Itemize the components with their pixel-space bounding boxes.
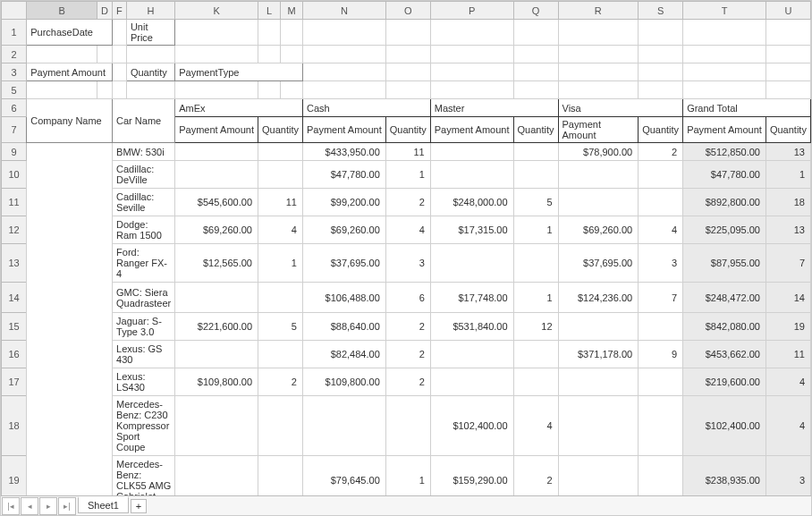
cell-gt-pa: $47,780.00	[683, 161, 766, 189]
cell-cash-q: 6	[385, 283, 430, 313]
cell-gt-q: 13	[765, 143, 810, 161]
col-header-B[interactable]: B	[27, 2, 97, 20]
cell-amex-pa	[175, 341, 258, 368]
pivot-row-car: Lexus: LS430	[113, 368, 175, 396]
pivot-field-companyname[interactable]: Company Name	[27, 99, 113, 143]
col-header-P[interactable]: P	[430, 2, 513, 20]
cell-visa-q: 2	[639, 143, 683, 161]
cell-visa-q	[639, 189, 683, 216]
row-header-16[interactable]: 16	[2, 341, 27, 368]
row-header-12[interactable]: 12	[2, 216, 27, 244]
row-header-1[interactable]: 1	[2, 20, 27, 46]
col-header-L[interactable]: L	[258, 2, 281, 20]
cell-gt-pa: $102,400.00	[683, 396, 766, 456]
tab-first-button[interactable]: |◂	[2, 497, 20, 515]
cell-visa-q: 4	[639, 216, 683, 244]
grid-area[interactable]: BDFHKLMNOPQRSTU 1PurchaseDateUnit Price2…	[1, 1, 811, 495]
tab-last-button[interactable]: ▸|	[58, 497, 76, 515]
cell-amex-q	[258, 396, 303, 456]
cell-master-pa: $531,840.00	[430, 313, 513, 341]
row-header-18[interactable]: 18	[2, 396, 27, 456]
cell-master-pa	[430, 341, 513, 368]
col-header-S[interactable]: S	[639, 2, 683, 20]
cell-gt-q: 14	[765, 283, 810, 313]
pivot-row-car: Mercedes-Benz: C230 Kompressor Sport Cou…	[113, 396, 175, 456]
col-header-K[interactable]: K	[175, 2, 258, 20]
pivot-col-grandtotal[interactable]: Grand Total	[683, 99, 811, 117]
col-header-U[interactable]: U	[765, 2, 810, 20]
cell-visa-pa: $37,695.00	[558, 244, 639, 283]
row-header-11[interactable]: 11	[2, 189, 27, 216]
col-header-R[interactable]: R	[558, 2, 639, 20]
col-header-H[interactable]: H	[126, 2, 174, 20]
col-header-D[interactable]: D	[97, 2, 113, 20]
col-header-O[interactable]: O	[385, 2, 430, 20]
cell-cash-q: 11	[385, 143, 430, 161]
cell-gt-q: 13	[765, 216, 810, 244]
col-header-F[interactable]: F	[113, 2, 127, 20]
row-header-14[interactable]: 14	[2, 283, 27, 313]
add-sheet-button[interactable]: +	[131, 499, 147, 513]
cell-cash-q: 2	[385, 189, 430, 216]
row-header-13[interactable]: 13	[2, 244, 27, 283]
cell-visa-pa	[558, 161, 639, 189]
pivot-field-carname[interactable]: Car Name	[113, 99, 175, 143]
row-header-19[interactable]: 19	[2, 456, 27, 496]
row-header-3[interactable]: 3	[2, 63, 27, 81]
cell-visa-pa: $371,178.00	[558, 341, 639, 368]
cell-amex-pa	[175, 161, 258, 189]
row-header-2[interactable]: 2	[2, 46, 27, 63]
pivot-col-amex[interactable]: AmEx	[175, 99, 303, 117]
select-all-corner[interactable]	[2, 2, 27, 20]
col-header-T[interactable]: T	[683, 2, 766, 20]
cell-amex-q	[258, 283, 303, 313]
cell-cash-pa: $79,645.00	[302, 456, 385, 496]
cell-amex-q: 11	[258, 189, 303, 216]
pivot-measure-pa-cash: Payment Amount	[302, 117, 385, 143]
pivot-field-quantity[interactable]: Quantity	[126, 63, 174, 81]
pivot-row-car: Cadillac: DeVille	[113, 161, 175, 189]
tab-nav: |◂ ◂ ▸ ▸|	[1, 496, 76, 516]
sheet-tab-sheet1[interactable]: Sheet1	[78, 496, 129, 513]
cell-cash-q: 2	[385, 341, 430, 368]
cell-cash-pa: $88,640.00	[302, 313, 385, 341]
pivot-field-paymenttype[interactable]: PaymentType	[175, 63, 303, 81]
tab-prev-button[interactable]: ◂	[21, 497, 38, 515]
cell-visa-pa	[558, 456, 639, 496]
cell-amex-pa: $69,260.00	[175, 216, 258, 244]
column-header-row: BDFHKLMNOPQRSTU	[2, 2, 811, 20]
cell-amex-q: 4	[258, 216, 303, 244]
pivot-col-cash[interactable]: Cash	[302, 99, 430, 117]
pivot-field-paymentamount[interactable]: Payment Amount	[27, 63, 113, 81]
row-header-6[interactable]: 6	[2, 99, 27, 117]
cell-visa-pa	[558, 396, 639, 456]
pivot-field-purchasedate[interactable]: PurchaseDate	[27, 20, 113, 46]
row-header-5[interactable]: 5	[2, 81, 27, 99]
cell-cash-pa: $47,780.00	[302, 161, 385, 189]
cell-master-pa: $159,290.00	[430, 456, 513, 496]
cell-amex-pa	[175, 143, 258, 161]
row-header-15[interactable]: 15	[2, 313, 27, 341]
tab-next-button[interactable]: ▸	[39, 497, 57, 515]
cell-amex-q: 5	[258, 313, 303, 341]
cell-cash-q: 2	[385, 313, 430, 341]
cell-cash-q: 1	[385, 456, 430, 496]
col-header-Q[interactable]: Q	[513, 2, 558, 20]
cell-amex-pa	[175, 456, 258, 496]
pivot-col-master[interactable]: Master	[430, 99, 558, 117]
cell-cash-pa: $106,488.00	[302, 283, 385, 313]
col-header-M[interactable]: M	[280, 2, 302, 20]
row-header-17[interactable]: 17	[2, 368, 27, 396]
cell-gt-pa: $892,800.00	[683, 189, 766, 216]
pivot-row-car: GMC: Siera Quadrasteer	[113, 283, 175, 313]
col-header-N[interactable]: N	[302, 2, 385, 20]
row-header-7[interactable]: 7	[2, 117, 27, 143]
cell-gt-pa: $238,935.00	[683, 456, 766, 496]
row-header-9[interactable]: 9	[2, 143, 27, 161]
pivot-col-visa[interactable]: Visa	[558, 99, 683, 117]
cell-gt-q: 11	[765, 341, 810, 368]
pivot-measure-pa-master: Payment Amount	[430, 117, 513, 143]
cell-master-pa: $248,000.00	[430, 189, 513, 216]
pivot-field-unitprice[interactable]: Unit Price	[126, 20, 174, 46]
row-header-10[interactable]: 10	[2, 161, 27, 189]
